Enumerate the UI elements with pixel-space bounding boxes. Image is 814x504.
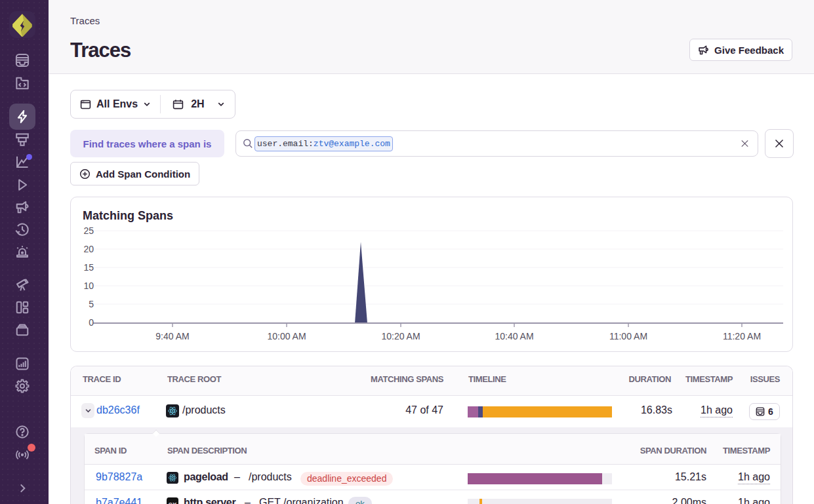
svg-text:5: 5 <box>89 299 94 309</box>
svg-text:10:20 AM: 10:20 AM <box>381 331 420 341</box>
svg-text:20: 20 <box>83 244 94 254</box>
svg-text:25: 25 <box>83 225 94 236</box>
svg-text:10:40 AM: 10:40 AM <box>495 331 533 341</box>
svg-text:11:00 AM: 11:00 AM <box>609 331 647 341</box>
svg-text:ex: ex <box>168 499 177 504</box>
svg-text:15: 15 <box>83 262 94 273</box>
svg-text:10:00 AM: 10:00 AM <box>267 331 306 341</box>
svg-text:11:20 AM: 11:20 AM <box>723 331 761 341</box>
svg-text:0: 0 <box>89 317 94 328</box>
svg-text:9:40 AM: 9:40 AM <box>155 331 189 341</box>
svg-text:10: 10 <box>83 281 94 291</box>
